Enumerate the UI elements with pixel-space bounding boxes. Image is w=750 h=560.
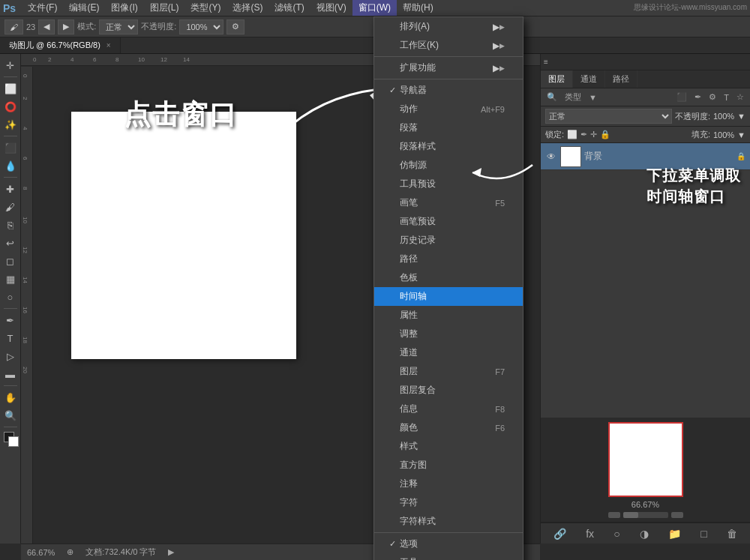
menu-window[interactable]: 窗口(W) (352, 0, 397, 16)
tab-layers[interactable]: 图层 (541, 70, 573, 88)
scroll-thumb[interactable] (623, 512, 638, 518)
dd-extensions[interactable]: 扩展功能 ▶ (374, 58, 523, 77)
extra-tool-btn[interactable]: ⚙ (226, 19, 244, 34)
new-layer-btn[interactable]: □ (698, 526, 710, 541)
dd-options[interactable]: ✓ 选项 (374, 535, 523, 553)
brush-size-up[interactable]: ▶ (58, 19, 74, 34)
pen-tool[interactable]: ✒ (2, 312, 19, 328)
brush-tool-icon[interactable]: 🖌 (4, 19, 23, 34)
link-layers-btn[interactable]: 🔗 (550, 526, 569, 541)
dd-clone-source[interactable]: 仿制源 (374, 156, 523, 175)
marquee-tool[interactable]: ⬜ (2, 80, 19, 97)
menu-edit[interactable]: 编辑(E) (63, 0, 105, 16)
lock-all-icon[interactable]: 🔒 (600, 130, 610, 139)
magic-wand-tool[interactable]: ✨ (2, 116, 19, 133)
brush-size-down[interactable]: ◀ (38, 19, 55, 34)
adjustment-layer-btn[interactable]: ◑ (637, 526, 652, 541)
blend-mode-select[interactable]: 正常 (545, 109, 672, 124)
add-mask-btn[interactable]: ○ (610, 526, 622, 541)
lock-brush-icon[interactable]: ✒ (580, 130, 587, 139)
scroll-right[interactable] (671, 512, 683, 518)
dd-workspace[interactable]: 工作区(K) ▶ (374, 36, 523, 55)
shape-tool[interactable]: ▬ (2, 366, 19, 382)
color-swatch[interactable] (2, 430, 19, 451)
dd-paragraph[interactable]: 段落 (374, 118, 523, 137)
panel-icon-4[interactable]: T (721, 91, 732, 103)
menu-view[interactable]: 视图(V) (310, 0, 352, 16)
opacity-dropdown[interactable]: ▼ (737, 112, 746, 121)
dd-character-styles[interactable]: 字符样式 (374, 512, 523, 531)
delete-layer-btn[interactable]: 🗑 (724, 526, 740, 541)
tab-close-btn[interactable]: × (106, 41, 111, 49)
panel-icon-1[interactable]: ⬛ (674, 91, 690, 103)
eraser-tool[interactable]: ◻ (2, 253, 19, 269)
layer-visibility-icon[interactable]: 👁 (545, 151, 557, 163)
menu-layer[interactable]: 图层(L) (144, 0, 185, 16)
menu-file[interactable]: 文件(F) (22, 0, 63, 16)
panel-icon-2[interactable]: ✒ (692, 91, 704, 103)
dd-paths[interactable]: 路径 (374, 250, 523, 268)
status-arrow[interactable]: ▶ (168, 547, 174, 557)
move-tool[interactable]: ✛ (2, 57, 19, 73)
history-brush-tool[interactable]: ↩ (2, 235, 19, 251)
layer-fx-btn[interactable]: fx (583, 526, 597, 541)
path-select-tool[interactable]: ▷ (2, 348, 19, 364)
dd-arrange[interactable]: 排列(A) ▶ (374, 17, 523, 36)
dd-styles[interactable]: 样式 (374, 437, 523, 456)
text-tool[interactable]: T (2, 330, 19, 346)
dd-swatches[interactable]: 色板 (374, 268, 523, 287)
dd-actions[interactable]: 动作 Alt+F9 (374, 100, 523, 118)
dodge-tool[interactable]: ○ (2, 289, 19, 305)
eyedropper-tool[interactable]: 💧 (2, 157, 19, 174)
panel-collapse-btn[interactable]: ≡ (544, 58, 548, 66)
menu-filter[interactable]: 滤镜(T) (268, 0, 310, 16)
dd-notes[interactable]: 注释 (374, 475, 523, 493)
panel-icon-3[interactable]: ⚙ (706, 91, 719, 103)
zoom-level: 66.67% (27, 548, 55, 557)
dd-adjustments[interactable]: 调整 (374, 325, 523, 343)
clone-tool[interactable]: ⎘ (2, 217, 19, 233)
dd-histogram[interactable]: 直方图 (374, 456, 523, 475)
lasso-tool[interactable]: ⭕ (2, 98, 19, 115)
dd-properties[interactable]: 属性 (374, 306, 523, 325)
dd-color[interactable]: 颜色 F6 (374, 418, 523, 437)
opacity-select[interactable]: 100% (179, 19, 224, 34)
scroll-left[interactable] (608, 512, 620, 518)
document-tab[interactable]: 动图儿 @ 66.7%(RGB/8) × (0, 37, 121, 53)
lock-transparent-icon[interactable]: ⬜ (567, 130, 578, 139)
dd-info[interactable]: 信息 F8 (374, 400, 523, 418)
dd-timeline[interactable]: 时间轴 (374, 287, 523, 306)
gradient-tool[interactable]: ▦ (2, 271, 19, 287)
crop-tool[interactable]: ⬛ (2, 139, 19, 156)
dd-layers[interactable]: 图层 F7 (374, 362, 523, 381)
dd-tool-presets[interactable]: 工具预设 (374, 175, 523, 193)
menu-select[interactable]: 选择(S) (226, 0, 268, 16)
dd-brushes[interactable]: 画笔 F5 (374, 193, 523, 212)
dd-channels[interactable]: 通道 (374, 343, 523, 362)
heal-tool[interactable]: ✚ (2, 181, 19, 197)
dd-navigator[interactable]: ✓ 导航器 (374, 81, 523, 100)
dd-paragraph-styles[interactable]: 段落样式 (374, 137, 523, 156)
hand-tool[interactable]: ✋ (2, 389, 19, 406)
dd-character[interactable]: 字符 (374, 493, 523, 512)
menu-help[interactable]: 帮助(H) (397, 0, 440, 16)
dd-brush-presets[interactable]: 画笔预设 (374, 212, 523, 231)
opacity-label: 不透明度: (141, 21, 176, 32)
mode-select[interactable]: 正常 (99, 19, 138, 34)
panel-filter-icon[interactable]: 🔍 (544, 91, 560, 103)
panel-type-dropdown[interactable]: ▼ (586, 91, 600, 103)
tab-paths[interactable]: 路径 (605, 70, 638, 88)
dd-layer-comps[interactable]: 图层复合 (374, 381, 523, 400)
layer-item-background[interactable]: 👁 背景 🔒 (541, 143, 750, 170)
dd-tools[interactable]: ✓ 工具 (374, 553, 523, 560)
panel-icon-5[interactable]: ☆ (734, 91, 747, 103)
tab-channels[interactable]: 通道 (573, 70, 605, 88)
zoom-tool[interactable]: 🔍 (2, 407, 19, 424)
group-btn[interactable]: 📁 (665, 526, 684, 541)
menu-image[interactable]: 图像(I) (105, 0, 143, 16)
fill-dropdown[interactable]: ▼ (737, 130, 746, 139)
lock-position-icon[interactable]: ✛ (590, 130, 597, 139)
dd-history[interactable]: 历史记录 (374, 231, 523, 250)
brush-tool[interactable]: 🖌 (2, 199, 19, 215)
menu-type[interactable]: 类型(Y) (184, 0, 226, 16)
